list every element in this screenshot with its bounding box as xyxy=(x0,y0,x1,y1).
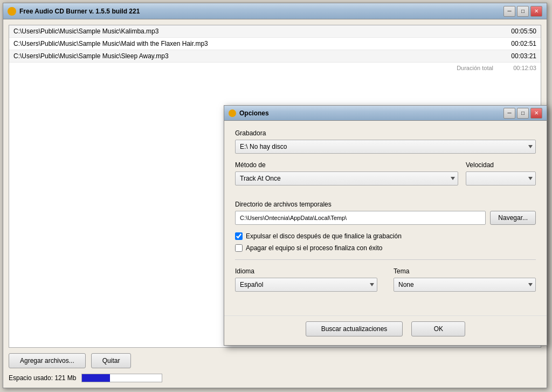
temp-dir-row: Navegar... xyxy=(235,211,536,225)
dialog-content: Grabadora E:\ No hay disco Método de Tra… xyxy=(224,121,547,315)
expulsar-label: Expulsar el disco después de que finalic… xyxy=(246,232,402,240)
tema-label: Tema xyxy=(394,267,536,275)
status-bar: Espacio usado: 121 Mb xyxy=(9,374,541,382)
track-duration: 00:05:50 xyxy=(504,27,536,35)
buscar-actualizaciones-button[interactable]: Buscar actualizaciones xyxy=(306,321,403,336)
progress-bar-fill xyxy=(82,374,110,382)
temp-dir-input[interactable] xyxy=(235,211,486,225)
table-row[interactable]: C:\Users\Public\Music\Sample Music\Sleep… xyxy=(9,50,541,63)
dialog-app-icon xyxy=(229,109,236,117)
idioma-label: Idioma xyxy=(235,267,377,275)
main-window-title: Free Audio CD Burner v. 1.5.5 build 221 xyxy=(19,8,503,15)
progress-bar-container xyxy=(81,374,162,382)
navegar-button[interactable]: Navegar... xyxy=(490,211,536,225)
total-label: Duración total xyxy=(457,65,493,71)
main-close-button[interactable]: ✕ xyxy=(530,6,542,17)
main-maximize-button[interactable]: □ xyxy=(517,6,529,17)
apagar-label: Apagar el equipo si el proceso finaliza … xyxy=(246,244,383,252)
action-buttons-row: Agregar archivos... Quitar xyxy=(9,353,541,368)
options-dialog: Opciones ─ □ ✕ Grabadora E:\ No hay disc… xyxy=(224,105,547,346)
track-path: C:\Users\Public\Music\Sample Music\Sleep… xyxy=(13,52,169,60)
metodo-label: Método de xyxy=(235,161,458,169)
track-path: C:\Users\Public\Music\Sample Music\Kalim… xyxy=(13,27,158,35)
main-app-icon xyxy=(8,7,16,16)
dialog-close-button[interactable]: ✕ xyxy=(530,108,542,119)
add-files-button[interactable]: Agregar archivos... xyxy=(9,353,86,368)
expulsar-checkbox[interactable] xyxy=(235,232,243,240)
grabadora-select-wrapper: E:\ No hay disco xyxy=(235,140,536,154)
track-duration: 00:02:51 xyxy=(504,40,536,47)
main-title-bar-buttons: ─ □ ✕ xyxy=(503,6,542,17)
track-duration: 00:03:21 xyxy=(504,52,536,60)
dialog-title-bar: Opciones ─ □ ✕ xyxy=(224,106,547,121)
total-row: Duración total 00:12:03 xyxy=(9,63,541,73)
idioma-tema-row: Idioma Español Tema None xyxy=(235,267,536,299)
grabadora-label: Grabadora xyxy=(235,129,536,137)
track-path: C:\Users\Public\Music\Sample Music\Maid … xyxy=(13,40,208,47)
temp-dir-label: Directorio de archivos temporales xyxy=(235,201,536,208)
total-duration: 00:12:03 xyxy=(504,65,536,71)
velocidad-label: Velocidad xyxy=(466,161,536,169)
idioma-select-wrapper: Español xyxy=(235,278,377,292)
expulsar-checkbox-row: Expulsar el disco después de que finalic… xyxy=(235,232,536,240)
dialog-maximize-button[interactable]: □ xyxy=(517,108,529,119)
dialog-title: Opciones xyxy=(239,109,503,117)
table-row[interactable]: C:\Users\Public\Music\Sample Music\Maid … xyxy=(9,38,541,50)
metodo-select[interactable]: Track At Once xyxy=(235,171,458,185)
main-minimize-button[interactable]: ─ xyxy=(503,6,515,17)
tema-select[interactable]: None xyxy=(394,278,536,292)
tema-col: Tema None xyxy=(394,267,536,299)
apagar-checkbox-row: Apagar el equipo si el proceso finaliza … xyxy=(235,244,536,252)
metodo-col: Método de Track At Once xyxy=(235,161,458,193)
remove-button[interactable]: Quitar xyxy=(91,353,132,368)
apagar-checkbox[interactable] xyxy=(235,244,243,252)
velocidad-col: Velocidad xyxy=(466,161,536,193)
separator xyxy=(235,259,536,260)
velocidad-select-wrapper xyxy=(466,171,536,185)
grabadora-select[interactable]: E:\ No hay disco xyxy=(235,140,536,154)
space-used-label: Espacio usado: 121 Mb xyxy=(9,374,76,382)
dialog-title-bar-buttons: ─ □ ✕ xyxy=(503,108,542,119)
velocidad-select[interactable] xyxy=(466,171,536,185)
dialog-footer: Buscar actualizaciones OK xyxy=(224,315,547,345)
tema-select-wrapper: None xyxy=(394,278,536,292)
dialog-minimize-button[interactable]: ─ xyxy=(503,108,515,119)
idioma-col: Idioma Español xyxy=(235,267,377,299)
table-row[interactable]: C:\Users\Public\Music\Sample Music\Kalim… xyxy=(9,25,541,38)
main-title-bar: Free Audio CD Burner v. 1.5.5 build 221 … xyxy=(3,3,547,19)
ok-button[interactable]: OK xyxy=(411,321,465,336)
metodo-velocidad-row: Método de Track At Once Velocidad xyxy=(235,161,536,193)
metodo-select-wrapper: Track At Once xyxy=(235,171,458,185)
idioma-select[interactable]: Español xyxy=(235,278,377,292)
